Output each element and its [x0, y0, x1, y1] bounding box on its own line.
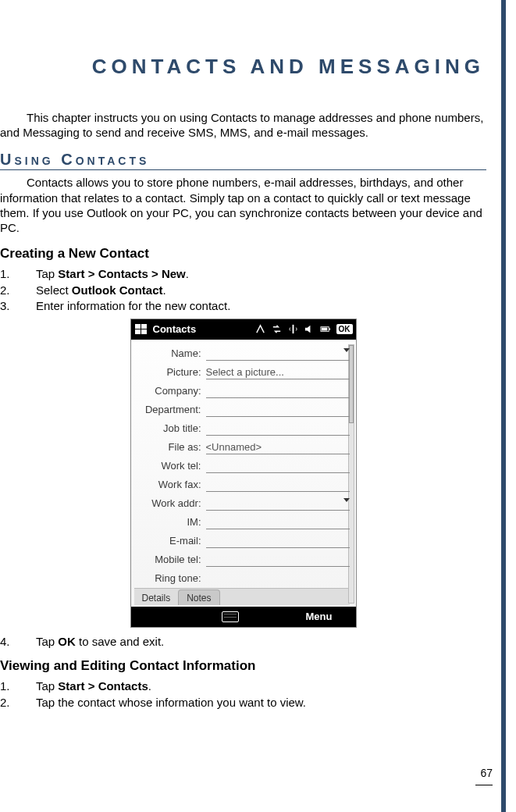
field-workaddr[interactable]: [206, 497, 350, 511]
signal-icon[interactable]: [287, 323, 299, 335]
chevron-down-icon[interactable]: [343, 498, 350, 502]
step-2: Select Outlook Contact.: [0, 283, 486, 298]
svg-rect-7: [321, 328, 327, 331]
field-email[interactable]: [206, 534, 350, 548]
sync-icon[interactable]: [271, 323, 283, 335]
field-job[interactable]: [206, 422, 350, 436]
intro-paragraph: This chapter instructs you on using Cont…: [0, 110, 486, 140]
chevron-down-icon[interactable]: [343, 348, 350, 352]
label-fileas: File as:: [134, 441, 206, 453]
volume-icon[interactable]: [304, 323, 315, 335]
device-screenshot: Contacts OK Name: Picture:Select a pictu…: [130, 319, 357, 628]
field-ringtone[interactable]: [206, 572, 350, 586]
svg-rect-2: [135, 329, 141, 334]
page-number-rule: [475, 785, 493, 785]
field-worktel[interactable]: [206, 459, 350, 473]
label-department: Department:: [134, 404, 206, 415]
field-mobile[interactable]: [206, 553, 350, 567]
label-email: E-mail:: [134, 535, 206, 547]
label-ringtone: Ring tone:: [134, 572, 206, 584]
field-company[interactable]: [206, 384, 350, 398]
section-using-contacts: Using Contacts: [0, 151, 486, 170]
screenshot-form: Name: Picture:Select a picture... Compan…: [131, 340, 356, 607]
chapter-title: Contacts and Messaging: [0, 55, 486, 79]
label-im: IM:: [134, 516, 206, 528]
screenshot-topbar: Contacts OK: [131, 319, 356, 340]
field-workfax[interactable]: [206, 478, 350, 492]
label-worktel: Work tel:: [134, 460, 206, 472]
steps-creating: Tap Start > Contacts > New. Select Outlo…: [0, 266, 486, 314]
steps-viewing: Tap Start > Contacts. Tap the contact wh…: [0, 678, 486, 710]
svg-rect-3: [141, 329, 147, 334]
screenshot-tabs: Details Notes: [134, 588, 350, 605]
label-company: Company:: [134, 385, 206, 397]
page-number: 67: [480, 767, 493, 779]
field-fileas[interactable]: <Unnamed>: [206, 440, 350, 454]
svg-rect-4: [292, 325, 294, 333]
svg-rect-1: [141, 324, 147, 329]
tab-details[interactable]: Details: [134, 590, 179, 605]
subhead-viewing: Viewing and Editing Contact Information: [0, 658, 486, 674]
field-name[interactable]: [206, 347, 350, 361]
step-1: Tap Start > Contacts > New.: [0, 266, 486, 282]
step-v1: Tap Start > Contacts.: [0, 678, 486, 694]
section-body: Contacts allows you to store phone numbe…: [0, 175, 486, 235]
page-right-rule: [501, 0, 506, 812]
screenshot-title: Contacts: [153, 323, 197, 335]
subhead-creating: Creating a New Contact: [0, 246, 486, 262]
start-icon[interactable]: [134, 322, 148, 337]
screenshot-bottombar: Menu: [131, 607, 356, 627]
tab-notes[interactable]: Notes: [178, 589, 219, 605]
svg-rect-6: [329, 329, 330, 330]
label-workaddr: Work addr:: [134, 497, 206, 509]
label-job: Job title:: [134, 422, 206, 434]
connectivity-icon[interactable]: [254, 323, 266, 335]
keyboard-icon[interactable]: [222, 611, 239, 622]
field-department[interactable]: [206, 403, 350, 417]
field-im[interactable]: [206, 515, 350, 529]
battery-icon[interactable]: [320, 323, 332, 335]
step-v2: Tap the contact whose information you wa…: [0, 695, 486, 710]
steps-creating-after: Tap OK to save and exit.: [0, 634, 486, 650]
softkey-menu[interactable]: Menu: [306, 611, 333, 622]
svg-rect-0: [135, 324, 141, 329]
label-picture: Picture:: [134, 366, 206, 378]
label-workfax: Work fax:: [134, 479, 206, 490]
ok-button[interactable]: OK: [336, 324, 353, 334]
label-mobile: Mobile tel:: [134, 554, 206, 565]
step-4: Tap OK to save and exit.: [0, 634, 486, 650]
label-name: Name:: [134, 347, 206, 359]
step-3: Enter information for the new contact.: [0, 298, 486, 314]
field-picture[interactable]: Select a picture...: [206, 365, 350, 379]
